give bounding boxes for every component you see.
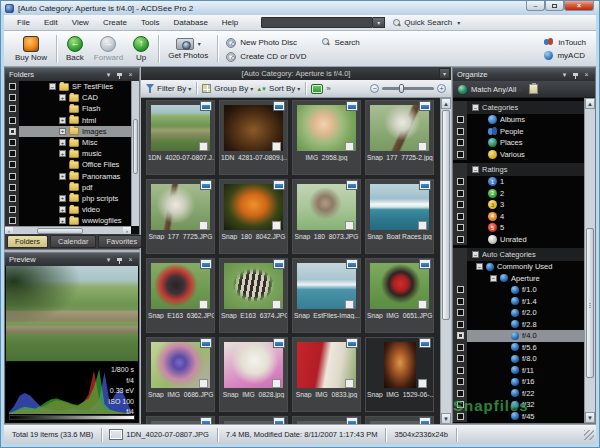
thumbnail-checkbox[interactable] xyxy=(345,379,354,388)
category-checkbox[interactable] xyxy=(457,178,464,185)
easy-select-gutter[interactable] xyxy=(453,114,467,126)
folder-checkbox[interactable] xyxy=(9,139,16,146)
folder-checkbox[interactable] xyxy=(9,83,16,90)
easy-select-gutter[interactable] xyxy=(453,261,467,273)
folders-horizontal-scrollbar[interactable]: ‹ › xyxy=(5,226,131,234)
thumbnail[interactable]: Snap_IMG_1529-06-... xyxy=(363,335,436,414)
thumbnail-checkbox[interactable] xyxy=(199,300,208,309)
easy-select-gutter[interactable] xyxy=(453,137,467,149)
thumbnail[interactable] xyxy=(217,414,290,424)
search-input[interactable] xyxy=(261,17,373,28)
folder-checkbox[interactable] xyxy=(9,150,16,157)
panel-menu-icon[interactable]: ▾ xyxy=(104,255,113,264)
category-checkbox[interactable] xyxy=(457,378,464,385)
thumbnail-checkbox[interactable] xyxy=(418,379,427,388)
organize-tree-item[interactable]: f/1.0 xyxy=(453,284,584,296)
folder-tree-item[interactable]: Flash xyxy=(5,103,131,114)
organize-tree-item[interactable]: Various xyxy=(453,149,584,161)
folder-checkbox[interactable] xyxy=(9,195,16,202)
thumbnail[interactable] xyxy=(144,414,217,424)
easy-select-gutter[interactable] xyxy=(5,115,19,126)
easy-select-gutter[interactable] xyxy=(5,215,19,226)
organize-tree-item[interactable]: f/5.6 xyxy=(453,342,584,354)
expander-icon[interactable]: + xyxy=(59,117,66,124)
folder-checkbox[interactable] xyxy=(9,105,16,112)
folder-tree-item[interactable]: + php scripts xyxy=(5,193,131,204)
organize-tree-item[interactable]: 2 2 xyxy=(453,188,584,200)
easy-select-gutter[interactable] xyxy=(5,103,19,114)
match-any-all-button[interactable]: Match Any/All xyxy=(471,85,521,94)
organize-tree-item[interactable]: − Ratings xyxy=(453,163,584,176)
thumbnail[interactable] xyxy=(290,414,363,424)
easy-select-gutter[interactable] xyxy=(453,296,467,308)
thumbnail-checkbox[interactable] xyxy=(199,142,208,151)
expander-icon[interactable]: + xyxy=(59,139,66,146)
category-checkbox[interactable] xyxy=(457,355,464,362)
organize-tree-item[interactable]: f/8.0 xyxy=(453,353,584,365)
easy-select-gutter[interactable] xyxy=(5,193,19,204)
organize-tree-item[interactable]: 1 1 xyxy=(453,176,584,188)
panel-menu-icon[interactable]: ▾ xyxy=(560,70,569,79)
expander-icon[interactable]: − xyxy=(472,104,479,111)
easy-select-gutter[interactable] xyxy=(453,149,467,161)
thumbnail[interactable]: Snap_180_8042.JPG xyxy=(217,177,290,256)
easy-select-gutter[interactable] xyxy=(453,176,467,188)
panel-close-icon[interactable]: × xyxy=(126,255,135,264)
menu-item[interactable]: Database xyxy=(167,18,215,27)
organize-tree-item[interactable]: 5 5 xyxy=(453,222,584,234)
easy-select-gutter[interactable] xyxy=(453,365,467,377)
thumbnail[interactable]: Snap_177_7725-2.jpg xyxy=(363,98,436,177)
easy-select-gutter[interactable] xyxy=(453,101,467,114)
organize-tree-item[interactable]: − Auto Categories xyxy=(453,248,584,261)
category-checkbox[interactable] xyxy=(457,321,464,328)
easy-select-gutter[interactable] xyxy=(453,211,467,223)
view-mode-icon[interactable] xyxy=(311,84,323,94)
panel-close-icon[interactable]: × xyxy=(126,70,135,79)
thumbnail-checkbox[interactable] xyxy=(418,300,427,309)
easy-select-gutter[interactable] xyxy=(5,137,19,148)
organize-tree-item[interactable]: People xyxy=(453,126,584,138)
close-button[interactable]: × xyxy=(564,1,594,11)
search-button[interactable]: Search xyxy=(322,38,359,47)
panel-tab[interactable]: Favorites xyxy=(98,235,145,248)
organize-tree-item[interactable]: 3 3 xyxy=(453,199,584,211)
organize-tree-item[interactable]: f/1.4 xyxy=(453,296,584,308)
clipboard-icon[interactable] xyxy=(529,84,538,94)
expander-icon[interactable]: − xyxy=(476,263,483,270)
category-checkbox[interactable] xyxy=(457,224,464,231)
thumbnail[interactable]: Snap_180_8073.JPG xyxy=(290,177,363,256)
organize-tree-item[interactable]: f/2.0 xyxy=(453,307,584,319)
expander-icon[interactable]: + xyxy=(59,217,66,224)
easy-select-gutter[interactable] xyxy=(453,353,467,365)
category-checkbox[interactable] xyxy=(457,332,464,339)
preview-panel-header[interactable]: Preview ▾ × xyxy=(5,253,139,266)
thumbnail[interactable]: Snap_Boat Races.jpg xyxy=(363,177,436,256)
up-button[interactable]: ↑ Up xyxy=(128,35,154,63)
zoom-slider-track[interactable] xyxy=(382,87,434,90)
menu-item[interactable]: Edit xyxy=(37,18,65,27)
filter-by-button[interactable]: Filter By xyxy=(157,84,191,93)
maximize-button[interactable] xyxy=(545,1,564,11)
thumbnail-checkbox[interactable] xyxy=(199,221,208,230)
menu-item[interactable]: Tools xyxy=(134,18,167,27)
organize-tree-item[interactable]: f/11 xyxy=(453,365,584,377)
menu-item[interactable]: View xyxy=(65,18,96,27)
organize-tree-item[interactable]: f/22 xyxy=(453,388,584,400)
expander-icon[interactable]: + xyxy=(59,128,66,135)
category-checkbox[interactable] xyxy=(457,128,464,135)
expander-icon[interactable]: + xyxy=(59,195,66,202)
folder-tree-item[interactable]: − SF TestFiles xyxy=(5,81,131,92)
easy-select-gutter[interactable] xyxy=(453,411,467,423)
easy-select-gutter[interactable] xyxy=(453,399,467,411)
intouch-button[interactable]: inTouch xyxy=(544,38,586,47)
folder-tree-item[interactable]: Office Files xyxy=(5,159,131,170)
category-checkbox[interactable] xyxy=(457,413,464,420)
organize-panel-header[interactable]: Organize ▾ × xyxy=(453,68,595,81)
expander-icon[interactable]: + xyxy=(59,173,66,180)
panel-close-icon[interactable]: × xyxy=(582,70,591,79)
thumbnail[interactable]: Snap_IMG_0828.jpg xyxy=(217,335,290,414)
thumbnail[interactable] xyxy=(363,414,436,424)
title-bar[interactable]: [Auto Category: Aperture is f/4.0] - ACD… xyxy=(1,1,599,15)
thumbnail-image[interactable] xyxy=(384,342,416,388)
scrollbar-thumb[interactable] xyxy=(586,228,594,378)
